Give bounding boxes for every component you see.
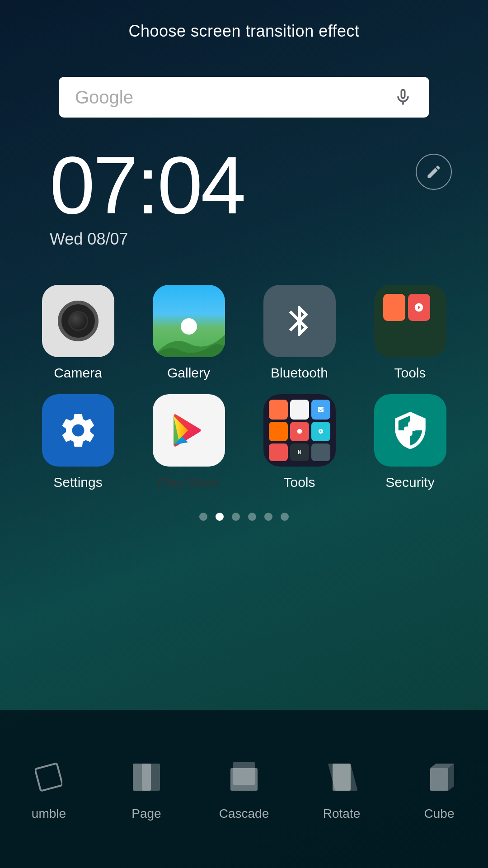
transition-cube[interactable]: Cube — [390, 748, 488, 830]
playstore-label: Play Store — [157, 475, 220, 490]
svg-rect-5 — [142, 764, 160, 791]
app-playstore[interactable]: Play Store — [138, 394, 239, 490]
svg-rect-7 — [233, 762, 255, 785]
clock-date: Wed 08/07 — [50, 230, 488, 249]
gallery-hills — [153, 326, 225, 357]
playstore-symbol — [169, 410, 209, 451]
cascade-label: Cascade — [219, 807, 269, 821]
playstore-icon-bg — [153, 394, 225, 467]
tumble-icon — [33, 757, 65, 797]
app-camera[interactable]: Camera — [27, 285, 129, 381]
app-tools-folder[interactable]: Tools — [359, 285, 461, 381]
page-label: Page — [131, 807, 161, 821]
bluetooth-symbol — [282, 303, 318, 339]
camera-icon — [42, 285, 114, 357]
settings-icon-bg — [42, 394, 114, 467]
camera-label: Camera — [54, 365, 102, 381]
app-security[interactable]: Security — [359, 394, 461, 490]
bluetooth-icon-bg — [263, 285, 336, 357]
tools-folder-icon — [374, 285, 446, 357]
page-dot-3[interactable] — [232, 513, 240, 521]
settings-gear-icon — [58, 410, 99, 451]
app-grid: Camera Gallery Bluetooth — [0, 285, 488, 490]
rotate-label: Rotate — [323, 807, 361, 821]
google-search-bar[interactable]: Google — [59, 77, 429, 118]
security-shield-icon — [390, 410, 431, 451]
search-placeholder: Google — [75, 87, 133, 108]
settings-label: Settings — [53, 475, 102, 490]
svg-rect-3 — [35, 763, 62, 791]
search-bar-container: Google — [59, 77, 429, 118]
edit-icon — [426, 164, 442, 180]
tools-apps-label: Tools — [283, 475, 315, 490]
cascade-icon — [226, 757, 262, 797]
tumble-label: umble — [32, 807, 66, 821]
rotate-icon — [324, 757, 360, 797]
bluetooth-label: Bluetooth — [271, 365, 328, 381]
page-dot-4[interactable] — [248, 513, 256, 521]
gallery-icon — [153, 285, 225, 357]
cube-icon — [421, 757, 457, 797]
transition-effects-bar: umble Page Cascade Rotate — [0, 710, 488, 868]
app-gallery[interactable]: Gallery — [138, 285, 239, 381]
app-bluetooth[interactable]: Bluetooth — [249, 285, 350, 381]
clock-area: 07:04 Wed 08/07 — [0, 145, 488, 249]
mic-icon[interactable] — [393, 84, 413, 111]
page-icon — [128, 757, 164, 797]
transition-rotate[interactable]: Rotate — [293, 748, 390, 830]
cube-label: Cube — [424, 807, 455, 821]
transition-page[interactable]: Page — [98, 748, 195, 830]
page-dot-2[interactable] — [216, 513, 224, 521]
page-dot-1[interactable] — [199, 513, 207, 521]
transition-tumble[interactable]: umble — [0, 748, 98, 830]
app-settings[interactable]: Settings — [27, 394, 129, 490]
page-dot-6[interactable] — [281, 513, 289, 521]
svg-point-0 — [297, 429, 302, 434]
transition-cascade[interactable]: Cascade — [195, 748, 293, 830]
svg-rect-10 — [430, 768, 448, 791]
page-dot-5[interactable] — [264, 513, 272, 521]
svg-rect-9 — [333, 764, 351, 791]
screen-title: Choose screen transition effect — [0, 0, 488, 41]
tools-folder-label: Tools — [394, 365, 426, 381]
edit-button[interactable] — [416, 154, 452, 190]
security-label: Security — [385, 475, 434, 490]
tools-apps-icon: N — [263, 394, 336, 467]
app-tools-apps[interactable]: N Tools — [249, 394, 350, 490]
security-icon-bg — [374, 394, 446, 467]
page-indicators — [0, 513, 488, 521]
gallery-label: Gallery — [167, 365, 210, 381]
